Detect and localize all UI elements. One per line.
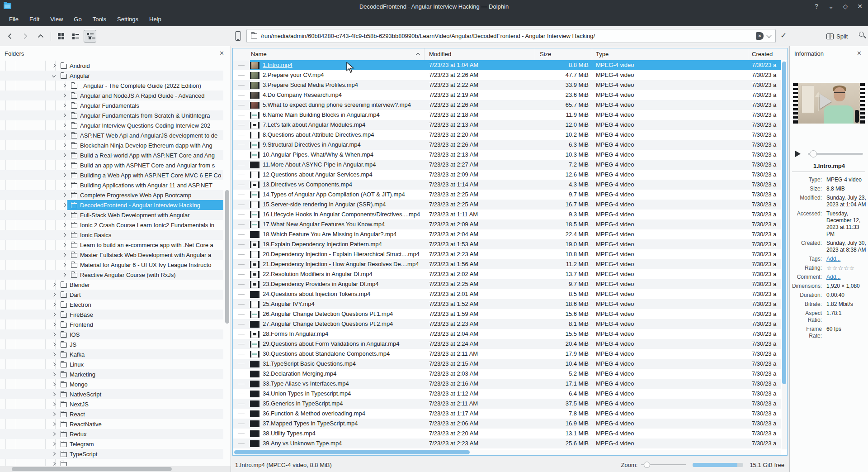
- file-row[interactable]: 10.Angular Pipes. What/Why & When.mp4 7/…: [233, 150, 781, 160]
- video-preview-thumbnail[interactable]: [793, 83, 865, 124]
- expander-chevron-icon[interactable]: [62, 263, 66, 267]
- column-header-size[interactable]: Size: [535, 48, 592, 60]
- menu-item-tools[interactable]: Tools: [87, 13, 112, 26]
- sidebar-folder-item[interactable]: Redux: [0, 429, 223, 439]
- sidebar-folder-item[interactable]: IOS: [0, 329, 223, 339]
- tree-view-button[interactable]: [84, 30, 96, 43]
- add-link[interactable]: Add...: [826, 256, 866, 262]
- sidebar-folder-item[interactable]: Angular: [0, 71, 223, 81]
- sidebar-folder-item[interactable]: Angular and NodeJS A Rapid Guide - Advan…: [0, 91, 223, 100]
- column-header-modified[interactable]: Modified: [425, 48, 535, 60]
- menu-item-view[interactable]: View: [45, 13, 68, 26]
- expander-chevron-icon[interactable]: [62, 94, 66, 97]
- menu-item-file[interactable]: File: [4, 13, 24, 26]
- file-row[interactable]: 28.Forms In Angular.mp4 7/23/23 at 2:04 …: [233, 329, 781, 339]
- expander-chevron-icon[interactable]: [52, 462, 56, 466]
- menu-item-help[interactable]: Help: [144, 13, 167, 26]
- file-row[interactable]: 38.Utility Types.mp4 7/23/23 at 2:20 AM …: [233, 429, 781, 439]
- file-row[interactable]: 32.Declaration Merging.mp4 7/23/23 at 2:…: [233, 369, 781, 379]
- file-row[interactable]: 26.Angular Change Detection Questions Pt…: [233, 309, 781, 319]
- sidebar-folder-item[interactable]: Telegram: [0, 439, 223, 449]
- sidebar-folder-item[interactable]: ReactNative: [0, 419, 223, 429]
- file-row[interactable]: 29.Questions about Form Validations in A…: [233, 339, 781, 349]
- sidebar-folder-item[interactable]: Learn to build an e-commerce app with .N…: [0, 240, 223, 250]
- expander-chevron-icon[interactable]: [62, 243, 66, 247]
- sidebar-folder-item[interactable]: Angular Fundamentals from Scratch & Unit…: [0, 110, 223, 120]
- split-button[interactable]: Split: [826, 30, 848, 43]
- expander-chevron-icon[interactable]: [62, 104, 66, 107]
- expander-chevron-icon[interactable]: [52, 74, 56, 77]
- shade-button[interactable]: ⌄: [827, 3, 835, 10]
- sidebar-folder-item[interactable]: NativeScript: [0, 389, 223, 399]
- view-vertical-scrollbar[interactable]: [782, 61, 787, 449]
- file-row[interactable]: 17.What New Angular Features You Know.mp…: [233, 219, 781, 229]
- expander-chevron-icon[interactable]: [52, 353, 56, 356]
- file-row[interactable]: 7.Let's talk about Angular Modules.mp4 7…: [233, 120, 781, 130]
- expander-chevron-icon[interactable]: [52, 442, 56, 446]
- sidebar-folder-item[interactable]: Marketing: [0, 369, 223, 379]
- expander-chevron-icon[interactable]: [62, 233, 66, 237]
- forward-button[interactable]: [19, 30, 32, 43]
- file-row[interactable]: 36.Function & Method overloading.mp4 7/2…: [233, 409, 781, 419]
- expander-chevron-icon[interactable]: [62, 193, 66, 197]
- expander-chevron-icon[interactable]: [62, 124, 66, 127]
- file-row[interactable]: 3.Prepare Social Media Profiles.mp4 7/23…: [233, 80, 781, 90]
- file-row[interactable]: 33.Type Aliase vs Interfaces.mp4 7/23/23…: [233, 379, 781, 389]
- sidebar-folder-item[interactable]: NextJS: [0, 399, 223, 409]
- details-view-button[interactable]: [69, 30, 82, 43]
- sidebar-folder-item[interactable]: Building Applications with Angular 11 an…: [0, 180, 223, 190]
- menu-item-edit[interactable]: Edit: [24, 13, 45, 26]
- sidebar-folder-item[interactable]: Frontend: [0, 319, 223, 329]
- expander-chevron-icon[interactable]: [62, 253, 66, 257]
- expander-chevron-icon[interactable]: [52, 362, 56, 366]
- location-path[interactable]: /run/media/admin/60b84280-c743-4fc9-b58b…: [261, 33, 756, 39]
- menu-item-go[interactable]: Go: [68, 13, 87, 26]
- sidebar-folder-item[interactable]: Material for Angular 6 - UI UX Ivy Leagu…: [0, 260, 223, 270]
- file-row[interactable]: 4.Do Company Research.mp4 7/23/23 at 2:1…: [233, 90, 781, 100]
- expander-chevron-icon[interactable]: [52, 343, 56, 346]
- expander-chevron-icon[interactable]: [62, 133, 66, 137]
- file-row[interactable]: 8.Questions about Attribute Directives.m…: [233, 130, 781, 140]
- file-row[interactable]: 15.Server-side rendering in Angular (SSR…: [233, 200, 781, 210]
- file-row[interactable]: 12.Questions about Angular Services.mp4 …: [233, 170, 781, 180]
- sidebar-folder-item[interactable]: DecodedFrontend - Angular Interview Hack…: [0, 200, 223, 210]
- file-row[interactable]: 2.Prepare your CV.mp4 7/23/23 at 2:26 AM…: [233, 70, 781, 80]
- expander-chevron-icon[interactable]: [52, 422, 56, 426]
- file-row[interactable]: 35.Generics in TypeScript.mp4 7/23/23 at…: [233, 399, 781, 409]
- up-button[interactable]: [34, 30, 47, 43]
- file-row[interactable]: 25.Angular IVY.mp4 7/23/23 at 1:52 AM 18…: [233, 299, 781, 309]
- close-icon[interactable]: ✕: [857, 50, 862, 57]
- file-row[interactable]: 22.Resolution Modifiers in Angular DI.mp…: [233, 269, 781, 279]
- menu-item-settings[interactable]: Settings: [112, 13, 144, 26]
- sidebar-folder-item[interactable]: Build a Real-world App with ASP.NET Core…: [0, 150, 223, 160]
- expander-chevron-icon[interactable]: [62, 273, 66, 277]
- location-bar[interactable]: /run/media/admin/60b84280-c743-4fc9-b58b…: [246, 29, 776, 43]
- file-row[interactable]: 20.Dependency Injection - Explain Hierar…: [233, 249, 781, 259]
- back-button[interactable]: [4, 30, 16, 43]
- sidebar-folder-item[interactable]: Kafka: [0, 349, 223, 359]
- expander-chevron-icon[interactable]: [62, 153, 66, 157]
- file-row[interactable]: 6.Name Main Building Blocks in Angular.m…: [233, 110, 781, 120]
- play-icon[interactable]: [795, 151, 801, 157]
- file-row[interactable]: 16.Lifecycle Hooks in Angular Components…: [233, 210, 781, 219]
- sidebar-folder-item[interactable]: JS: [0, 339, 223, 349]
- close-button[interactable]: ✕: [856, 3, 863, 10]
- expander-chevron-icon[interactable]: [52, 382, 56, 386]
- expander-chevron-icon[interactable]: [52, 293, 56, 296]
- file-row[interactable]: 31.TypeScript Basic Questions.mp4 7/23/2…: [233, 359, 781, 369]
- expander-chevron-icon[interactable]: [52, 402, 56, 406]
- file-row[interactable]: 24.Questions about Injection Tokens.mp4 …: [233, 289, 781, 299]
- file-row[interactable]: 27.Angular Change Detection Questions Pt…: [233, 319, 781, 329]
- file-row[interactable]: 14.Types of Angular App Compilation (AOT…: [233, 190, 781, 200]
- file-row[interactable]: 18.Which Feature You Are Missing in Angu…: [233, 229, 781, 239]
- sidebar-folder-item[interactable]: Complete Progressive Web App Bootcamp: [0, 190, 223, 200]
- expander-chevron-icon[interactable]: [62, 183, 66, 187]
- sidebar-folder-item[interactable]: Blockchain Ninja Develop Ethereum dapp w…: [0, 140, 223, 150]
- sidebar-folder-item[interactable]: Ionic 2 Crash Course Learn Ionic2 Fundam…: [0, 220, 223, 230]
- file-row[interactable]: 37.Mapped Types in TypeScript.mp4 7/23/2…: [233, 419, 781, 429]
- expander-chevron-icon[interactable]: [62, 173, 66, 177]
- file-row[interactable]: 19.Explain Dependency Injection Pattern.…: [233, 239, 781, 249]
- expander-chevron-icon[interactable]: [62, 163, 66, 167]
- expander-chevron-icon[interactable]: [52, 372, 56, 376]
- expander-chevron-icon[interactable]: [62, 203, 66, 207]
